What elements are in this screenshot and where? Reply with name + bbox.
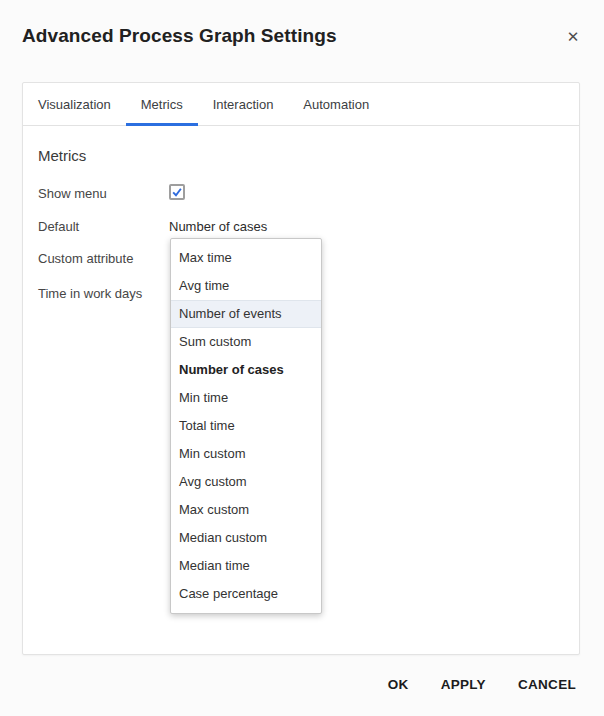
dropdown-option-avg-custom[interactable]: Avg custom <box>171 468 321 496</box>
default-metric-dropdown: Max time Avg time Number of events Sum c… <box>170 238 322 614</box>
tab-metrics-label: Metrics <box>141 97 183 112</box>
close-icon[interactable]: ✕ <box>562 26 584 48</box>
dropdown-option-max-time[interactable]: Max time <box>171 244 321 272</box>
tab-metrics[interactable]: Metrics <box>126 83 198 125</box>
tab-visualization[interactable]: Visualization <box>23 83 126 125</box>
default-metric-label: Default <box>38 219 79 234</box>
dropdown-option-number-of-cases[interactable]: Number of cases <box>171 356 321 384</box>
show-menu-checkbox[interactable] <box>169 184 185 200</box>
dropdown-option-median-time[interactable]: Median time <box>171 552 321 580</box>
dropdown-option-min-custom[interactable]: Min custom <box>171 440 321 468</box>
checkmark-icon <box>171 186 183 198</box>
tab-visualization-label: Visualization <box>38 97 111 112</box>
tab-interaction-label: Interaction <box>213 97 274 112</box>
tab-automation-label: Automation <box>303 97 369 112</box>
time-in-work-days-label: Time in work days <box>38 286 142 301</box>
tab-bar: Visualization Metrics Interaction Automa… <box>23 83 579 126</box>
tab-interaction[interactable]: Interaction <box>198 83 289 125</box>
default-metric-select[interactable]: Number of cases <box>169 219 267 234</box>
dropdown-option-case-percentage[interactable]: Case percentage <box>171 580 321 608</box>
dialog-title: Advanced Process Graph Settings <box>22 25 337 47</box>
section-title-metrics: Metrics <box>38 147 86 164</box>
custom-attribute-label: Custom attribute <box>38 251 133 266</box>
dialog-footer: OK APPLY CANCEL <box>388 677 576 692</box>
dropdown-option-avg-time[interactable]: Avg time <box>171 272 321 300</box>
dropdown-option-sum-custom[interactable]: Sum custom <box>171 328 321 356</box>
dropdown-option-max-custom[interactable]: Max custom <box>171 496 321 524</box>
dropdown-option-min-time[interactable]: Min time <box>171 384 321 412</box>
dropdown-option-number-of-events[interactable]: Number of events <box>171 300 321 328</box>
ok-button[interactable]: OK <box>388 677 409 692</box>
dropdown-option-total-time[interactable]: Total time <box>171 412 321 440</box>
show-menu-label: Show menu <box>38 186 107 201</box>
cancel-button[interactable]: CANCEL <box>518 677 576 692</box>
apply-button[interactable]: APPLY <box>441 677 486 692</box>
settings-dialog: Advanced Process Graph Settings ✕ Visual… <box>0 0 604 716</box>
tab-automation[interactable]: Automation <box>288 83 384 125</box>
dropdown-option-median-custom[interactable]: Median custom <box>171 524 321 552</box>
